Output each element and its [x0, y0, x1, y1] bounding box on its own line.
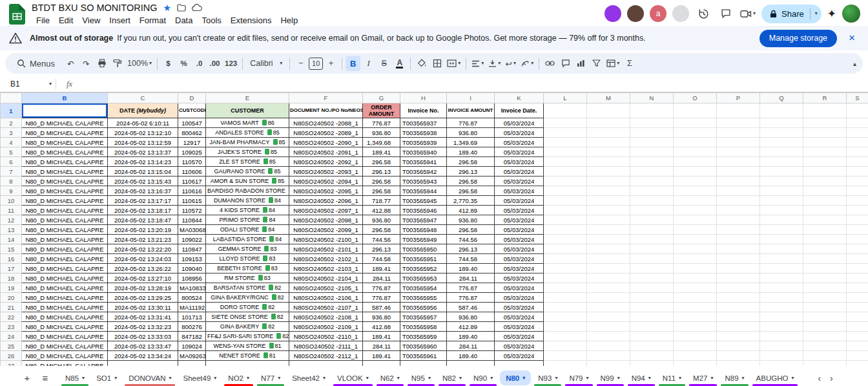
chevron-down-icon[interactable]: ▾: [753, 11, 756, 16]
sheet-tab-menu-icon[interactable]: ▾: [82, 376, 85, 381]
cell-empty[interactable]: [717, 312, 760, 322]
header-custcode[interactable]: CUSTCODE: [178, 103, 206, 118]
cell-invoice-no[interactable]: T003565953: [400, 273, 447, 283]
sheet-tab-n90[interactable]: N90▾: [468, 370, 499, 386]
strikethrough-button[interactable]: S: [377, 56, 391, 71]
cell-empty[interactable]: [760, 235, 803, 244]
all-sheets-icon[interactable]: ≡: [37, 370, 53, 386]
cell-customer[interactable]: FF&J SARI-SARI STORE82: [206, 332, 289, 341]
text-color-button[interactable]: A: [392, 56, 407, 71]
cell-customer[interactable]: WENS-YAN STORE81: [206, 341, 289, 351]
menu-help[interactable]: Help: [276, 16, 302, 25]
cell-empty[interactable]: [630, 273, 674, 283]
row-header-23[interactable]: 23: [1, 322, 22, 332]
cell-empty[interactable]: [587, 351, 630, 361]
column-header-E[interactable]: E: [206, 93, 289, 103]
cell-empty[interactable]: [544, 244, 587, 254]
cell-custcode[interactable]: MA03068: [178, 225, 206, 235]
cell-datetime[interactable]: 2024-05-02 13:12:10: [108, 128, 178, 138]
cell-order-amount[interactable]: 189.41: [363, 264, 400, 273]
cell-empty[interactable]: [717, 186, 760, 196]
cell-invoice-amount[interactable]: 296.13: [447, 244, 495, 254]
cell-invoice-date[interactable]: 05/03/2024: [495, 215, 544, 225]
cell-empty[interactable]: [717, 254, 760, 264]
cell-doc-no[interactable]: [289, 361, 363, 367]
cell-empty[interactable]: [674, 157, 717, 167]
cell-invoice-no[interactable]: T003565940: [400, 147, 447, 157]
cell-custcode[interactable]: MA10833: [178, 283, 206, 293]
add-sheet-icon[interactable]: +: [19, 370, 35, 386]
cell-empty[interactable]: [847, 303, 868, 312]
cell-agent[interactable]: N80_D MICHAEL CALAPRE: [22, 273, 108, 283]
cell-invoice-date[interactable]: 05/03/2024: [495, 254, 544, 264]
cell-empty[interactable]: [717, 147, 760, 157]
gemini-icon[interactable]: ✦: [827, 7, 836, 21]
cell-empty[interactable]: [587, 196, 630, 206]
cell-agent[interactable]: N80_D MICHAEL CALAPRE: [22, 196, 108, 206]
undo-icon[interactable]: ↶: [63, 56, 78, 71]
cell-empty[interactable]: [544, 186, 587, 196]
cell-invoice-amount[interactable]: 189.40: [447, 147, 495, 157]
cell-empty[interactable]: [803, 196, 847, 206]
cell-invoice-amount[interactable]: 2,770.35: [447, 196, 495, 206]
cell-invoice-no[interactable]: T003565939: [400, 138, 447, 147]
cell-datetime[interactable]: 2024-05-02 13:22:20: [108, 244, 178, 254]
cell-custcode[interactable]: 109022: [178, 235, 206, 244]
cell-empty[interactable]: [674, 341, 717, 351]
cell-empty[interactable]: [587, 244, 630, 254]
cell-empty[interactable]: [760, 118, 803, 128]
cell-invoice-no[interactable]: T003565957: [400, 312, 447, 322]
cell-customer[interactable]: [206, 361, 289, 367]
cell-empty[interactable]: [760, 177, 803, 186]
cell-invoice-date[interactable]: 05/03/2024: [495, 196, 544, 206]
cell-custcode[interactable]: 800276: [178, 322, 206, 332]
cell-empty[interactable]: [544, 196, 587, 206]
cell-empty[interactable]: [674, 128, 717, 138]
cell-doc-no[interactable]: N80SO240502 -2104_1: [289, 273, 363, 283]
cell-empty[interactable]: [760, 283, 803, 293]
cell-invoice-no[interactable]: T003565961: [400, 351, 447, 361]
cell-doc-no[interactable]: N80SO240502 -2101_1: [289, 244, 363, 254]
cell-empty[interactable]: [674, 332, 717, 341]
cell-agent[interactable]: N80_D MICHAEL CALAPRE: [22, 303, 108, 312]
cell-empty[interactable]: [847, 225, 868, 235]
cell-empty[interactable]: [803, 215, 847, 225]
cell-doc-no[interactable]: N80SO240502 -2091_1: [289, 147, 363, 157]
cell-doc-no[interactable]: N80SO240502 -2089_1: [289, 128, 363, 138]
cell-empty[interactable]: [544, 293, 587, 303]
cell-empty[interactable]: [674, 235, 717, 244]
cell-doc-no[interactable]: N80SO240502 -2106_1: [289, 293, 363, 303]
column-header-C[interactable]: C: [108, 93, 178, 103]
comments-icon[interactable]: [718, 5, 734, 22]
redo-icon[interactable]: ↷: [79, 56, 94, 71]
cell-custcode[interactable]: 110844: [178, 215, 206, 225]
column-header-H[interactable]: H: [400, 93, 447, 103]
sheet-tab-n93[interactable]: N93▾: [532, 370, 563, 386]
cell-invoice-amount[interactable]: 296.58: [447, 177, 495, 186]
cell-invoice-date[interactable]: 05/03/2024: [495, 235, 544, 244]
cell-empty[interactable]: [847, 177, 868, 186]
cell-order-amount[interactable]: 936.80: [363, 312, 400, 322]
cell-empty[interactable]: [587, 322, 630, 332]
sheet-tab-donovan[interactable]: DONOVAN▾: [123, 370, 177, 386]
cell-empty[interactable]: [587, 254, 630, 264]
cell-empty[interactable]: [630, 118, 674, 128]
cell-invoice-date[interactable]: 05/03/2024: [495, 186, 544, 196]
cell-invoice-date[interactable]: 05/03/2024: [495, 322, 544, 332]
cell-empty[interactable]: [674, 118, 717, 128]
move-folder-icon[interactable]: [177, 4, 186, 12]
cell-empty[interactable]: [630, 215, 674, 225]
cell-order-amount[interactable]: [363, 361, 400, 367]
cell-invoice-no[interactable]: T003565959: [400, 332, 447, 341]
sheet-tab-n99[interactable]: N99▾: [595, 370, 626, 386]
cell-invoice-amount[interactable]: 412.89: [447, 322, 495, 332]
cell-empty[interactable]: [760, 103, 803, 118]
menu-file[interactable]: File: [32, 16, 54, 25]
cell-agent[interactable]: N80_D MICHAEL CALAPRE: [22, 351, 108, 361]
row-header-21[interactable]: 21: [1, 303, 22, 312]
sheet-tab-menu-icon[interactable]: ▾: [586, 376, 589, 381]
cell-datetime[interactable]: 2024-05-02 13:17:17: [108, 196, 178, 206]
cell-invoice-date[interactable]: [495, 361, 544, 367]
cell-order-amount[interactable]: 776.87: [363, 283, 400, 293]
cell-empty[interactable]: [544, 177, 587, 186]
